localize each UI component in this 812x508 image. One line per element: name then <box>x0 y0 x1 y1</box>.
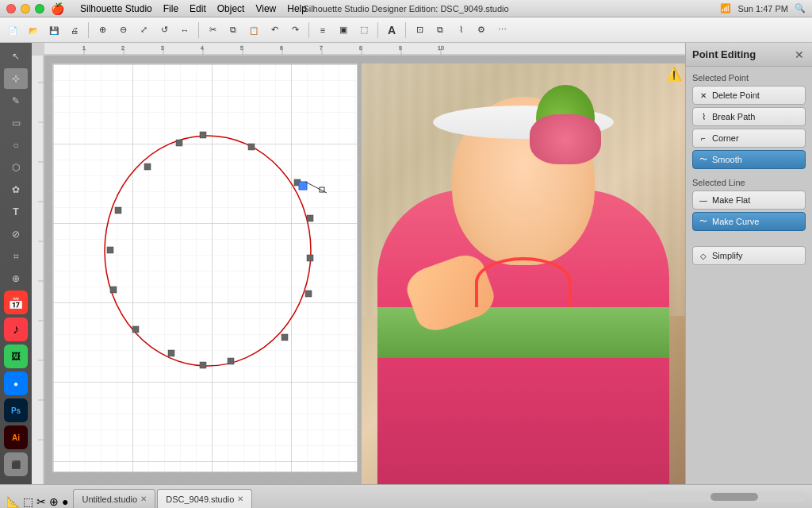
trace-button[interactable] <box>410 21 429 40</box>
make-curve-icon: 〜 <box>698 216 709 227</box>
print-button[interactable] <box>65 21 84 40</box>
minimize-button[interactable] <box>21 4 30 13</box>
tool-select[interactable]: ↖ <box>4 46 28 67</box>
delete-point-button[interactable]: ✕ Delete Point <box>692 86 806 105</box>
rotate-button[interactable] <box>155 21 174 40</box>
point-editing-panel: Point Editing ✕ Selected Point ✕ Delete … <box>685 43 812 484</box>
svg-text:10: 10 <box>438 45 444 51</box>
close-button[interactable] <box>6 4 16 13</box>
smooth-button[interactable]: 〜 Smooth <box>692 150 806 169</box>
tool-draw[interactable]: ✎ <box>4 90 28 111</box>
tab-dsc9049[interactable]: DSC_9049.studio ✕ <box>157 489 252 508</box>
bottom-icon-1[interactable]: 📐 <box>6 495 20 508</box>
bottom-icon-2[interactable]: ⬚ <box>23 495 33 508</box>
simplify-button[interactable]: ◇ Simplify <box>692 246 806 265</box>
section-gap-3 <box>692 240 806 246</box>
search-icon[interactable]: 🔍 <box>795 3 806 13</box>
ruler-corner <box>32 43 44 56</box>
scrollbar-thumb[interactable] <box>710 493 758 501</box>
warning-icon: ⚠️ <box>666 67 682 82</box>
tool-fill[interactable]: ⌗ <box>4 246 28 267</box>
dock-app1[interactable]: ● <box>4 371 28 395</box>
titlebar: 🍎 Silhouette Studio File Edit Object Vie… <box>0 0 812 17</box>
bottom-icon-4[interactable]: ⊕ <box>49 495 59 508</box>
dock-icons: 📅 ♪ 🖼 ● Ps Ai ⬛ <box>4 291 28 481</box>
dock-photoshop[interactable]: Ps <box>4 398 28 422</box>
bottom-icon-5[interactable]: ● <box>62 495 68 508</box>
section-gap-2 <box>692 233 806 240</box>
bottom-icon-3[interactable]: ✂ <box>36 495 46 508</box>
photo-background <box>362 64 685 484</box>
canvas-area[interactable]: 1 2 3 4 5 6 7 8 9 10 <box>32 43 685 484</box>
text-tool-button[interactable]: A <box>382 21 401 40</box>
toolbar-sep-5 <box>405 22 406 38</box>
tool-erase[interactable]: ⊘ <box>4 224 28 244</box>
tool-rectangle[interactable]: ▭ <box>4 113 28 133</box>
svg-rect-22 <box>32 43 44 484</box>
cut-button[interactable] <box>203 21 222 40</box>
more-button[interactable] <box>492 21 511 40</box>
dock-illustrator[interactable]: Ai <box>4 425 28 449</box>
undo-button[interactable] <box>265 21 284 40</box>
tool-zoom[interactable]: ⊕ <box>4 268 28 289</box>
replicate-button[interactable] <box>431 21 450 40</box>
dock-silhouette[interactable]: ⬛ <box>4 452 28 476</box>
tool-node-edit[interactable]: ⊹ <box>4 68 28 89</box>
system-tray: 📶 Sun 1:47 PM 🔍 <box>720 3 806 13</box>
copy-button[interactable] <box>224 21 243 40</box>
knife-button[interactable] <box>451 21 470 40</box>
traffic-lights <box>6 4 44 13</box>
make-curve-button[interactable]: 〜 Make Curve <box>692 212 806 231</box>
tab-untitled-close[interactable]: ✕ <box>140 495 147 503</box>
time-display: Sun 1:47 PM <box>737 4 788 13</box>
smooth-icon: 〜 <box>698 154 709 165</box>
menu-edit[interactable]: Edit <box>190 3 206 14</box>
settings-button[interactable] <box>472 21 491 40</box>
tab-untitled[interactable]: Untitled.studio ✕ <box>73 489 155 508</box>
panel-close-button[interactable]: ✕ <box>793 48 806 61</box>
tool-text[interactable]: T <box>4 202 28 222</box>
svg-rect-0 <box>44 43 685 56</box>
left-tool-panel: ↖ ⊹ ✎ ▭ ○ ⬡ ✿ T ⊘ ⌗ ⊕ 📅 ♪ 🖼 ● Ps Ai ⬛ <box>0 43 32 484</box>
open-button[interactable] <box>24 21 43 40</box>
toolbar-sep-3 <box>308 22 309 38</box>
dock-photos[interactable]: 🖼 <box>4 344 28 368</box>
grid-overlay <box>53 64 358 473</box>
zoom-fit-button[interactable] <box>134 21 153 40</box>
group-button[interactable] <box>334 21 353 40</box>
zoom-in-button[interactable] <box>93 21 112 40</box>
menu-view[interactable]: View <box>255 3 276 14</box>
window-title: Silhouette Studio Designer Edition: DSC_… <box>303 4 508 13</box>
svg-rect-35 <box>53 64 358 473</box>
app-name-menu[interactable]: Silhouette Studio <box>80 3 152 14</box>
dock-calendar[interactable]: 📅 <box>4 291 28 314</box>
section-gap-1 <box>692 171 806 178</box>
zoom-out-button[interactable] <box>113 21 132 40</box>
tool-special-shape[interactable]: ✿ <box>4 179 28 200</box>
apple-icon[interactable]: 🍎 <box>51 2 64 15</box>
vertical-ruler <box>32 43 44 484</box>
corner-icon: ⌐ <box>698 134 709 143</box>
new-button[interactable] <box>3 21 22 40</box>
corner-button[interactable]: ⌐ Corner <box>692 129 806 148</box>
redo-button[interactable] <box>285 21 304 40</box>
tool-ellipse[interactable]: ○ <box>4 135 28 156</box>
maximize-button[interactable] <box>35 4 44 13</box>
wifi-icon: 📶 <box>720 3 731 13</box>
menu-file[interactable]: File <box>163 3 178 14</box>
menu-object[interactable]: Object <box>217 3 245 14</box>
tool-polygon[interactable]: ⬡ <box>4 157 28 178</box>
flip-button[interactable] <box>175 21 194 40</box>
paste-button[interactable] <box>244 21 263 40</box>
svg-text:7: 7 <box>320 45 323 51</box>
make-flat-button[interactable]: — Make Flat <box>692 190 806 210</box>
horizontal-scrollbar[interactable] <box>647 492 806 502</box>
page-canvas[interactable] <box>52 64 358 472</box>
canvas-content[interactable]: ⚠️ <box>44 56 685 484</box>
dock-music[interactable]: ♪ <box>4 318 28 341</box>
save-button[interactable] <box>44 21 63 40</box>
break-path-button[interactable]: ⌇ Break Path <box>692 107 806 126</box>
ungroup-button[interactable] <box>354 21 373 40</box>
tab-dsc9049-close[interactable]: ✕ <box>237 495 243 503</box>
align-button[interactable] <box>313 21 332 40</box>
